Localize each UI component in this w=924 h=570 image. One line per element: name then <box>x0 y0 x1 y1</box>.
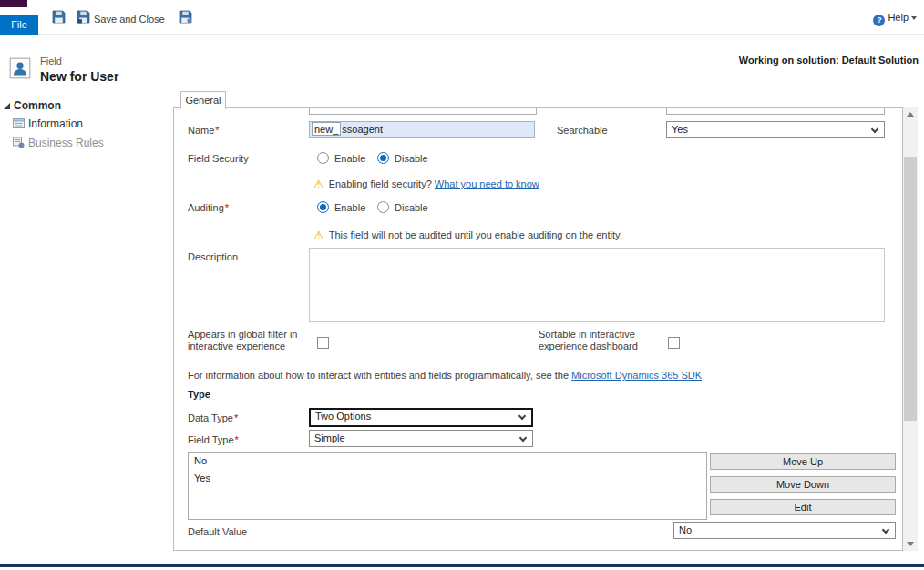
field-security-disable-label: Disable <box>395 153 428 164</box>
help-menu[interactable]: ?Help <box>873 12 917 26</box>
chevron-down-icon <box>882 526 889 534</box>
field-security-enable-radio[interactable] <box>317 152 329 164</box>
auditing-enable-label: Enable <box>334 202 365 213</box>
app-window: File Save and Close ?Help Field New for … <box>0 0 924 570</box>
field-security-warning: ⚠Enabling field security? What you need … <box>313 178 539 191</box>
auditing-label: Auditing* <box>188 202 229 213</box>
sidebar-item-label: Information <box>28 117 83 130</box>
data-type-value: Two Options <box>315 411 371 422</box>
warning-icon: ⚠ <box>313 178 324 191</box>
bottom-accent-bar <box>0 564 924 567</box>
window-chrome-strip <box>0 0 27 7</box>
chevron-down-icon <box>871 126 878 133</box>
help-icon: ? <box>873 15 885 26</box>
auditing-disable-radio[interactable] <box>377 201 389 213</box>
partially-visible-input[interactable] <box>309 107 537 115</box>
description-textarea[interactable] <box>309 248 885 322</box>
field-security-label: Field Security <box>188 153 249 164</box>
sidebar-group-common[interactable]: Common <box>4 99 61 112</box>
auditing-disable-label: Disable <box>395 202 428 213</box>
sidebar-item-information[interactable]: Information <box>13 117 83 132</box>
searchable-label: Searchable <box>557 125 608 136</box>
default-value-select[interactable]: No <box>673 522 896 539</box>
form-panel: Name* new_ssoagent Searchable Yes Field … <box>173 107 903 551</box>
help-label: Help <box>888 12 909 23</box>
field-entity-icon <box>9 56 31 80</box>
partially-visible-input[interactable] <box>666 107 885 115</box>
data-type-select[interactable]: Two Options <box>309 408 533 427</box>
option-item-no[interactable]: No <box>189 453 706 470</box>
save-and-new-icon[interactable] <box>179 10 193 25</box>
chevron-down-icon <box>518 412 526 420</box>
required-marker: * <box>215 125 219 136</box>
sortable-label: Sortable in interactive experience dashb… <box>539 329 652 352</box>
save-and-close-icon[interactable] <box>77 10 91 25</box>
sdk-link[interactable]: Microsoft Dynamics 365 SDK <box>571 370 702 381</box>
move-down-button[interactable]: Move Down <box>710 476 896 493</box>
sidebar-item-business-rules[interactable]: Business Rules <box>13 137 104 151</box>
required-marker: * <box>235 434 239 445</box>
searchable-value: Yes <box>672 124 688 135</box>
scrollbar-thumb[interactable] <box>904 157 917 421</box>
expanded-triangle-icon <box>4 103 10 109</box>
solution-status: Working on solution: Default Solution <box>739 55 919 66</box>
option-item-yes[interactable]: Yes <box>189 470 706 487</box>
global-filter-label: Appears in global filter in interactive … <box>188 329 313 352</box>
file-tab[interactable]: File <box>0 15 38 35</box>
name-input[interactable]: new_ssoagent <box>309 121 535 138</box>
command-toolbar: File Save and Close ?Help <box>0 7 924 35</box>
sidebar-item-label: Business Rules <box>28 137 104 149</box>
scroll-up-button[interactable] <box>903 107 918 122</box>
warning-icon: ⚠ <box>313 229 324 242</box>
default-value-label: Default Value <box>188 526 247 537</box>
required-marker: * <box>234 412 238 423</box>
field-security-help-link[interactable]: What you need to know <box>435 178 539 189</box>
save-icon[interactable] <box>52 10 67 25</box>
vertical-scrollbar[interactable] <box>903 107 918 551</box>
edit-button[interactable]: Edit <box>710 499 896 515</box>
field-type-value: Simple <box>314 433 345 443</box>
name-label: Name* <box>188 125 220 136</box>
default-value: No <box>679 524 692 535</box>
field-type-select[interactable]: Simple <box>309 430 533 447</box>
scroll-down-button[interactable] <box>903 536 918 551</box>
page-title: New for User <box>40 69 118 84</box>
business-rules-icon <box>13 137 25 151</box>
sortable-checkbox[interactable] <box>668 337 680 349</box>
information-icon <box>13 117 25 132</box>
name-value: ssoagent <box>342 124 383 135</box>
tab-general[interactable]: General <box>180 91 226 109</box>
field-security-disable-radio[interactable] <box>377 152 389 164</box>
data-type-label: Data Type* <box>188 412 238 423</box>
name-prefix: new_ <box>312 122 341 136</box>
sdk-note: For information about how to interact wi… <box>188 370 702 381</box>
description-label: Description <box>188 251 238 262</box>
auditing-enable-radio[interactable] <box>317 201 329 213</box>
options-listbox: No Yes <box>188 452 707 520</box>
entity-type-label: Field <box>40 56 62 66</box>
save-and-close-button[interactable]: Save and Close <box>94 14 165 25</box>
chevron-down-icon <box>911 16 917 20</box>
searchable-select[interactable]: Yes <box>666 121 885 138</box>
global-filter-checkbox[interactable] <box>317 337 329 349</box>
chevron-down-icon <box>519 434 527 442</box>
field-type-label: Field Type* <box>188 434 239 445</box>
field-security-enable-label: Enable <box>334 153 365 164</box>
auditing-warning: ⚠This field will not be audited until yo… <box>313 229 622 242</box>
move-up-button[interactable]: Move Up <box>710 453 896 470</box>
required-marker: * <box>225 202 229 213</box>
type-section-heading: Type <box>188 389 210 400</box>
sidebar-group-label: Common <box>14 99 61 112</box>
